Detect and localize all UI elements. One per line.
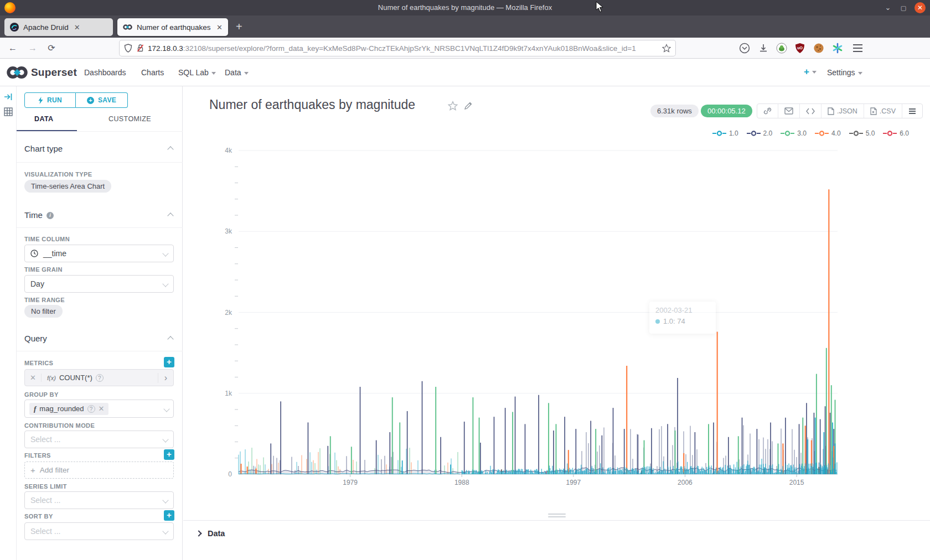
mouse-cursor <box>596 1 604 13</box>
plus-circle-icon: + <box>87 97 94 104</box>
brand-name[interactable]: Superset <box>31 66 77 79</box>
chart-area: Numer of earthquakes by magnitude 6.31k … <box>183 86 930 560</box>
series-limit-select[interactable]: Select ... <box>24 491 174 509</box>
download-icon[interactable] <box>758 43 769 54</box>
expand-metric-icon[interactable]: › <box>158 373 173 383</box>
add-metric-button[interactable]: + <box>164 357 174 367</box>
clock-icon <box>30 250 38 257</box>
viz-type-value[interactable]: Time-series Area Chart <box>24 180 111 193</box>
legend-item[interactable]: 5.0 <box>849 129 875 137</box>
export-csv-button[interactable]: .CSV <box>864 104 902 118</box>
back-button[interactable]: ← <box>7 42 19 54</box>
tooltip-value: 1.0: 74 <box>663 317 685 325</box>
url-bar[interactable]: 172.18.0.3:32108/superset/explore/?form_… <box>120 40 675 56</box>
nav-item-sql-lab[interactable]: SQL Lab <box>178 68 216 77</box>
firefox-menu-icon[interactable] <box>852 43 863 53</box>
time-range-value[interactable]: No filter <box>24 305 63 318</box>
dataset-grid-icon[interactable] <box>4 107 13 116</box>
section-chart-type[interactable]: Chart type <box>24 144 63 153</box>
tab-data[interactable]: DATA <box>34 115 53 123</box>
legend-marker-icon <box>781 131 794 136</box>
export-json-button[interactable]: .JSON <box>822 104 864 118</box>
chevron-down-icon <box>244 72 249 75</box>
greasemonkey-icon[interactable] <box>776 43 787 54</box>
tab-customize[interactable]: CUSTOMIZE <box>108 115 151 123</box>
cookie-icon[interactable] <box>813 43 824 54</box>
tab-label: Apache Druid <box>23 23 69 32</box>
close-button[interactable]: ✕ <box>914 2 926 13</box>
minimize-button[interactable]: ⌄ <box>882 2 893 13</box>
chart-actions: .JSON .CSV <box>757 103 923 118</box>
legend-item[interactable]: 3.0 <box>781 129 807 137</box>
add-filter-button[interactable]: + Add filter <box>24 462 174 479</box>
tooltip-date: 2002-03-21 <box>655 306 710 314</box>
metric-control[interactable]: ✕ f(x) COUNT(*) ? › <box>24 369 174 386</box>
section-query[interactable]: Query <box>24 334 47 343</box>
legend-item[interactable]: 1.0 <box>712 129 738 137</box>
tab-apache-druid[interactable]: Apache Druid ✕ <box>4 18 113 36</box>
favorite-star-icon[interactable] <box>448 101 458 111</box>
bookmark-star-icon[interactable] <box>662 44 671 53</box>
new-tab-button[interactable]: + <box>236 21 242 32</box>
chevron-down-icon <box>858 72 862 75</box>
shield-icon[interactable] <box>124 44 132 53</box>
add-sort-by-button[interactable]: + <box>164 510 174 521</box>
expand-panel-icon[interactable] <box>4 93 13 101</box>
add-new-button[interactable]: + <box>804 66 817 77</box>
save-button[interactable]: + SAVE <box>76 92 128 108</box>
tab-superset-chart[interactable]: Numer of earthquakes by ✕ <box>117 18 228 36</box>
copy-link-button[interactable] <box>757 104 778 118</box>
collapse-icon[interactable] <box>167 212 173 219</box>
remove-chip-icon[interactable]: ✕ <box>99 405 105 413</box>
settings-menu[interactable]: Settings <box>827 68 862 77</box>
window-title: Numer of earthquakes by magnitude — Mozi… <box>0 3 930 12</box>
time-column-label: TIME COLUMN <box>24 236 70 242</box>
collapse-icon[interactable] <box>167 336 173 342</box>
chart-menu-button[interactable] <box>902 104 922 118</box>
chevron-down-icon <box>162 497 168 503</box>
reload-button[interactable]: ⟳ <box>45 42 58 54</box>
svg-text:1k: 1k <box>225 390 232 397</box>
url-text: 172.18.0.3:32108/superset/explore/?form_… <box>148 44 662 53</box>
section-time[interactable]: Time <box>24 210 43 220</box>
extension-asterisk-icon[interactable] <box>832 43 843 54</box>
maximize-button[interactable]: ▢ <box>898 2 909 13</box>
svg-text:uO: uO <box>797 46 803 50</box>
add-filter-plus-button[interactable]: + <box>164 449 174 460</box>
insecure-lock-icon[interactable] <box>136 44 144 53</box>
superset-logo-icon[interactable] <box>7 66 28 79</box>
url-host: 172.18.0.3 <box>148 44 183 53</box>
url-path: :32108/superset/explore/?form_data_key=K… <box>183 44 636 53</box>
edit-pencil-icon[interactable] <box>464 101 473 110</box>
nav-item-data[interactable]: Data <box>225 68 249 77</box>
info-icon: i <box>46 212 54 219</box>
email-button[interactable] <box>778 104 800 118</box>
run-button[interactable]: RUN <box>24 92 76 108</box>
series-dot-icon <box>655 319 660 324</box>
group-by-select[interactable]: f mag_rounded ? ✕ <box>24 400 174 418</box>
group-by-chip[interactable]: f mag_rounded ? ✕ <box>29 403 108 415</box>
time-grain-select[interactable]: Day <box>24 275 174 293</box>
chart-canvas[interactable]: 01k2k3k4k19791988199720062015 <box>183 141 930 487</box>
tab-close-icon[interactable]: ✕ <box>216 23 223 32</box>
legend-item[interactable]: 2.0 <box>747 129 773 137</box>
legend-label: 1.0 <box>729 129 738 137</box>
nav-item-dashboards[interactable]: Dashboards <box>84 68 126 77</box>
time-column-select[interactable]: __time <box>24 245 174 262</box>
remove-metric-icon[interactable]: ✕ <box>25 374 42 382</box>
legend-item[interactable]: 4.0 <box>815 129 841 137</box>
legend-item[interactable]: 6.0 <box>883 129 909 137</box>
contribution-mode-select[interactable]: Select ... <box>24 431 174 448</box>
ublock-icon[interactable]: uO <box>794 43 805 54</box>
nav-item-charts[interactable]: Charts <box>141 68 164 77</box>
embed-code-button[interactable] <box>800 104 822 118</box>
tab-close-icon[interactable]: ✕ <box>74 23 80 32</box>
window-titlebar: Numer of earthquakes by magnitude — Mozi… <box>0 0 930 15</box>
forward-button[interactable]: → <box>27 42 39 54</box>
chevron-down-icon <box>163 406 169 412</box>
collapse-icon[interactable] <box>167 146 173 152</box>
pocket-icon[interactable] <box>739 43 750 54</box>
sort-by-select[interactable]: Select ... <box>24 522 174 540</box>
data-panel-header[interactable]: Data <box>197 529 225 538</box>
panel-drag-handle[interactable] <box>548 514 566 519</box>
